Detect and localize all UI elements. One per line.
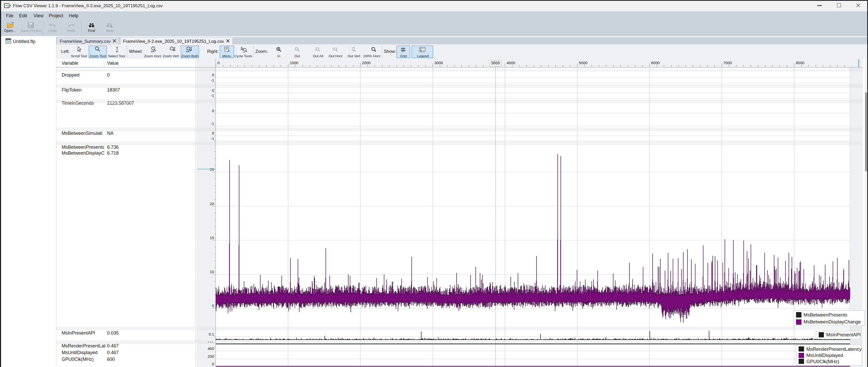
svg-text:4000: 4000 bbox=[506, 61, 515, 65]
svg-text:5: 5 bbox=[212, 304, 214, 308]
svg-text:0.1: 0.1 bbox=[209, 332, 214, 336]
svg-text:-1: -1 bbox=[211, 78, 214, 82]
svg-text:7000: 7000 bbox=[723, 61, 732, 65]
svg-text:10: 10 bbox=[210, 270, 214, 274]
svg-text:-1: -1 bbox=[211, 122, 214, 126]
svg-text:-1: -1 bbox=[211, 93, 214, 98]
svg-text:5000: 5000 bbox=[579, 61, 587, 65]
svg-text:0: 0 bbox=[212, 73, 214, 77]
svg-text:2000: 2000 bbox=[362, 61, 370, 65]
svg-text:0: 0 bbox=[217, 61, 219, 65]
svg-text:0: 0 bbox=[212, 362, 214, 366]
svg-text:200: 200 bbox=[208, 354, 214, 359]
svg-text:3000: 3000 bbox=[434, 61, 443, 65]
svg-text:8000: 8000 bbox=[796, 61, 804, 65]
svg-text:0: 0 bbox=[212, 131, 214, 135]
svg-text:20: 20 bbox=[210, 202, 214, 206]
svg-text:25: 25 bbox=[210, 167, 214, 172]
svg-text:1000: 1000 bbox=[290, 61, 298, 65]
svg-text:-1: -1 bbox=[211, 136, 214, 141]
svg-text:6000: 6000 bbox=[651, 61, 659, 65]
svg-text:0: 0 bbox=[212, 88, 214, 93]
svg-text:400: 400 bbox=[208, 346, 214, 351]
svg-text:15: 15 bbox=[210, 236, 214, 240]
svg-text:0: 0 bbox=[212, 108, 214, 113]
